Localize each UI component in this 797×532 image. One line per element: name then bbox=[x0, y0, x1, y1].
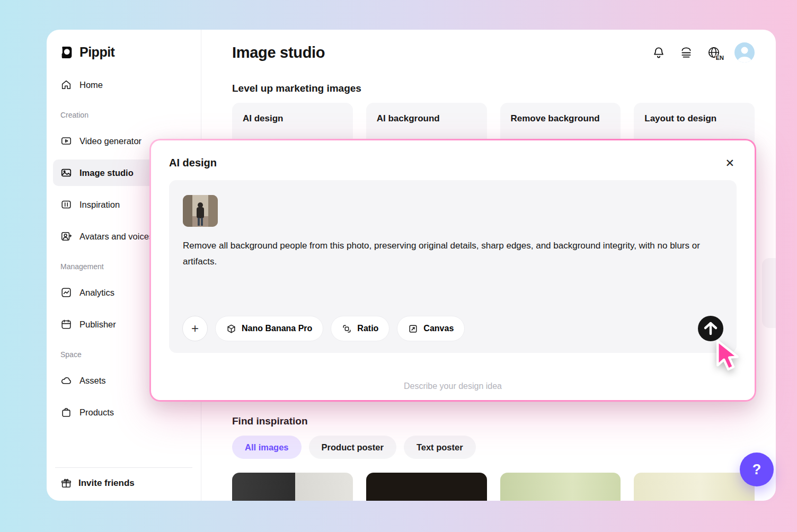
sidebar-item-label: Products bbox=[79, 407, 114, 418]
invite-friends-button[interactable]: Invite friends bbox=[55, 467, 192, 494]
inspiration-thumbnail[interactable] bbox=[366, 473, 487, 501]
prompt-placeholder: Describe your design idea bbox=[151, 382, 755, 391]
inspiration-thumbnail[interactable] bbox=[634, 473, 755, 501]
sidebar-item-label: Avatars and voices bbox=[79, 232, 153, 242]
sidebar-item-home[interactable]: Home bbox=[53, 72, 194, 98]
analytics-icon bbox=[60, 287, 72, 298]
sidebar-item-products[interactable]: Products bbox=[53, 399, 194, 425]
sidebar-item-label: Image studio bbox=[79, 168, 134, 178]
ai-design-modal: AI design ✕ Remove all background people… bbox=[149, 139, 756, 402]
page-title: Image studio bbox=[232, 44, 325, 61]
modal-title: AI design bbox=[169, 157, 217, 169]
canvas-button[interactable]: Canvas bbox=[397, 316, 465, 341]
publisher-icon bbox=[60, 318, 72, 330]
logo-text: Pippit bbox=[79, 45, 114, 60]
pippit-logo-icon bbox=[59, 45, 74, 60]
sidebar-item-label: Publisher bbox=[79, 320, 116, 330]
ai-design-modal-body: AI design ✕ Remove all background people… bbox=[151, 140, 755, 400]
ratio-button[interactable]: Ratio bbox=[331, 316, 389, 341]
ratio-label: Ratio bbox=[357, 324, 378, 333]
inspiration-heading: Find inspiration bbox=[232, 415, 755, 427]
prompt-input-area[interactable]: Remove all background people from this p… bbox=[169, 180, 737, 353]
language-label: EN bbox=[715, 55, 724, 61]
mouse-cursor-icon bbox=[712, 339, 743, 375]
main-header: Image studio EN bbox=[232, 30, 755, 63]
sidebar-item-label: Inspiration bbox=[79, 200, 120, 210]
card-label: Layout to design bbox=[644, 113, 716, 123]
user-avatar[interactable] bbox=[734, 42, 755, 63]
close-icon[interactable]: ✕ bbox=[723, 155, 737, 171]
avatars-icon bbox=[60, 230, 72, 242]
canvas-icon bbox=[408, 324, 418, 334]
orders-icon[interactable] bbox=[679, 46, 693, 59]
prompt-text[interactable]: Remove all background people from this p… bbox=[183, 238, 723, 270]
video-generator-icon bbox=[60, 135, 72, 147]
sidebar-section-creation: Creation bbox=[53, 111, 194, 119]
inspiration-icon bbox=[60, 199, 72, 210]
app-logo[interactable]: Pippit bbox=[47, 40, 201, 65]
header-actions: EN bbox=[652, 42, 755, 63]
canvas-label: Canvas bbox=[423, 324, 454, 333]
inspiration-thumbnail[interactable] bbox=[232, 473, 353, 501]
invite-friends-label: Invite friends bbox=[78, 478, 135, 489]
card-label: AI background bbox=[377, 113, 440, 123]
add-attachment-button[interactable]: + bbox=[182, 316, 208, 341]
model-selector-button[interactable]: Nano Banana Pro bbox=[215, 316, 323, 341]
marketing-heading: Level up marketing images bbox=[232, 83, 755, 94]
card-label: Remove background bbox=[511, 113, 600, 123]
card-label: AI design bbox=[243, 113, 284, 123]
help-button[interactable]: ? bbox=[740, 453, 774, 486]
attached-image-thumbnail[interactable] bbox=[183, 195, 218, 227]
filter-text-poster[interactable]: Text poster bbox=[404, 436, 476, 459]
assets-icon bbox=[60, 375, 72, 386]
inspiration-thumbnails bbox=[232, 473, 755, 501]
filter-all-images[interactable]: All images bbox=[232, 436, 302, 459]
sidebar-item-label: Home bbox=[79, 80, 103, 90]
sidebar-item-label: Assets bbox=[79, 376, 106, 386]
bell-icon[interactable] bbox=[652, 46, 666, 59]
home-icon bbox=[60, 79, 72, 91]
ratio-crop-icon bbox=[342, 324, 352, 334]
products-icon bbox=[60, 406, 72, 418]
language-globe-icon[interactable]: EN bbox=[707, 46, 721, 59]
filter-chip-row: All images Product poster Text poster bbox=[232, 436, 755, 459]
filter-product-poster[interactable]: Product poster bbox=[309, 436, 396, 459]
model-selector-label: Nano Banana Pro bbox=[242, 324, 312, 333]
inspiration-thumbnail[interactable] bbox=[500, 473, 621, 501]
prompt-controls: + Nano Banana Pro Ratio bbox=[182, 316, 723, 341]
gift-icon bbox=[60, 477, 72, 489]
image-studio-icon bbox=[60, 167, 72, 179]
generate-submit-button[interactable] bbox=[698, 316, 723, 341]
sidebar-item-label: Analytics bbox=[79, 288, 114, 298]
sidebar-item-label: Video generator bbox=[79, 136, 141, 146]
modal-header: AI design ✕ bbox=[169, 155, 737, 171]
partially-visible-card[interactable] bbox=[762, 258, 776, 328]
model-cube-icon bbox=[226, 324, 236, 334]
